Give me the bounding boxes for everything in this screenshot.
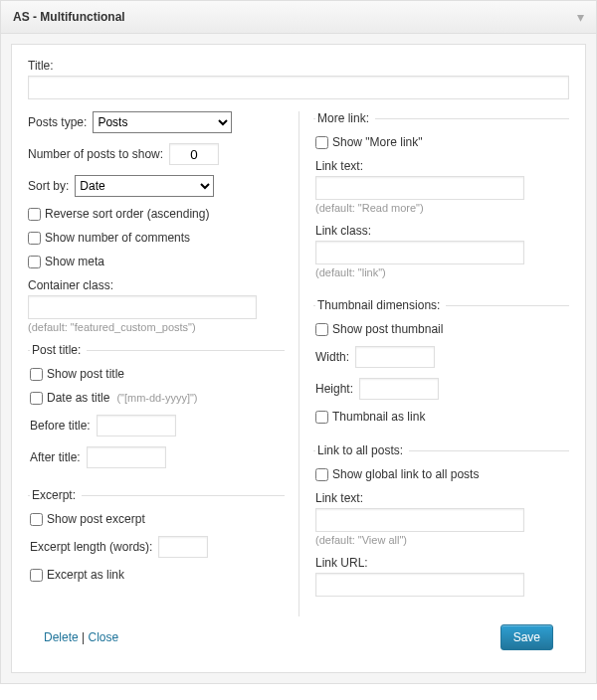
show-comments-row: Show number of comments: [28, 231, 285, 245]
before-title-input[interactable]: [97, 415, 176, 437]
more-link-fieldset: More link: Show "More link" Link text: (…: [313, 111, 569, 290]
more-link-text-label: Link text:: [315, 159, 567, 173]
date-as-title-checkbox[interactable]: [30, 392, 43, 405]
all-link-text-input[interactable]: [315, 508, 524, 532]
left-column: Posts type: Posts Number of posts to sho…: [28, 111, 298, 616]
excerpt-as-link-label[interactable]: Excerpt as link: [30, 568, 283, 582]
footer-links: Delete | Close: [44, 630, 118, 644]
widget-body: Title: Posts type: Posts Number of posts…: [11, 44, 586, 673]
post-title-fieldset: Post title: Show post title Date as titl…: [28, 343, 285, 480]
show-excerpt-label[interactable]: Show post excerpt: [30, 512, 283, 526]
container-class-hint: (default: "featured_custom_posts"): [28, 321, 285, 333]
thumb-width-label: Width:: [315, 350, 349, 364]
sort-by-label: Sort by:: [28, 179, 69, 193]
after-title-input[interactable]: [87, 446, 166, 468]
show-comments-checkbox[interactable]: [28, 232, 41, 245]
title-field-row: Title:: [28, 59, 569, 99]
close-link[interactable]: Close: [88, 630, 118, 644]
sort-by-row: Sort by: Date: [28, 175, 285, 197]
show-more-link-label[interactable]: Show "More link": [315, 135, 567, 149]
more-link-class-hint: (default: "link"): [315, 266, 567, 278]
num-posts-row: Number of posts to show:: [28, 143, 285, 165]
container-class-label: Container class:: [28, 278, 285, 292]
date-as-title-label[interactable]: Date as title("[mm-dd-yyyy]"): [30, 391, 283, 405]
thumb-as-link-checkbox[interactable]: [315, 411, 328, 424]
after-title-label: After title:: [30, 450, 81, 464]
num-posts-input[interactable]: [169, 143, 219, 165]
link-all-legend: Link to all posts:: [315, 443, 409, 457]
num-posts-label: Number of posts to show:: [28, 147, 163, 161]
excerpt-fieldset: Excerpt: Show post excerpt Excerpt lengt…: [28, 488, 285, 594]
thumb-height-input[interactable]: [359, 378, 439, 400]
show-global-link-checkbox[interactable]: [315, 468, 328, 481]
before-title-label: Before title:: [30, 419, 91, 433]
save-button[interactable]: Save: [500, 624, 553, 650]
sort-by-select[interactable]: Date: [75, 175, 214, 197]
show-comments-label[interactable]: Show number of comments: [28, 231, 285, 245]
show-global-link-label[interactable]: Show global link to all posts: [315, 467, 567, 481]
widget-container: AS - Multifunctional ▾ Title: Posts type…: [0, 0, 597, 684]
excerpt-as-link-checkbox[interactable]: [30, 569, 43, 582]
show-meta-row: Show meta: [28, 255, 285, 268]
more-link-class-label: Link class:: [315, 224, 567, 238]
reverse-row: Reverse sort order (ascending): [28, 207, 285, 221]
posts-type-select[interactable]: Posts: [93, 111, 232, 133]
show-thumbnail-checkbox[interactable]: [315, 323, 328, 336]
widget-header[interactable]: AS - Multifunctional ▾: [1, 1, 596, 34]
thumbnail-legend: Thumbnail dimensions:: [315, 298, 446, 312]
thumbnail-fieldset: Thumbnail dimensions: Show post thumbnai…: [313, 298, 569, 436]
excerpt-length-input[interactable]: [158, 536, 208, 558]
reverse-checkbox[interactable]: [28, 208, 41, 221]
reverse-label[interactable]: Reverse sort order (ascending): [28, 207, 285, 221]
post-title-legend: Post title:: [30, 343, 87, 357]
widget-title: AS - Multifunctional: [13, 10, 125, 24]
title-label: Title:: [28, 59, 569, 73]
widget-footer: Delete | Close Save: [28, 616, 569, 664]
right-column: More link: Show "More link" Link text: (…: [298, 111, 569, 616]
collapse-toggle-icon[interactable]: ▾: [577, 9, 584, 25]
thumb-as-link-label[interactable]: Thumbnail as link: [315, 410, 567, 424]
more-link-text-input[interactable]: [315, 176, 524, 200]
all-link-url-input[interactable]: [315, 573, 524, 597]
posts-type-label: Posts type:: [28, 115, 87, 129]
more-link-class-input[interactable]: [315, 241, 524, 264]
show-thumbnail-label[interactable]: Show post thumbnail: [315, 322, 567, 336]
thumb-height-label: Height:: [315, 382, 353, 396]
show-post-title-checkbox[interactable]: [30, 368, 43, 381]
all-link-text-label: Link text:: [315, 491, 567, 505]
posts-type-row: Posts type: Posts: [28, 111, 285, 133]
show-meta-checkbox[interactable]: [28, 256, 41, 268]
all-link-text-hint: (default: "View all"): [315, 534, 567, 546]
thumb-width-input[interactable]: [355, 346, 435, 368]
show-meta-label[interactable]: Show meta: [28, 255, 285, 268]
container-class-input[interactable]: [28, 295, 257, 319]
show-post-title-label[interactable]: Show post title: [30, 367, 283, 381]
more-link-legend: More link:: [315, 111, 375, 125]
delete-link[interactable]: Delete: [44, 630, 79, 644]
container-class-row: Container class: (default: "featured_cus…: [28, 278, 285, 333]
columns: Posts type: Posts Number of posts to sho…: [28, 111, 569, 616]
all-link-url-label: Link URL:: [315, 556, 567, 570]
show-more-link-checkbox[interactable]: [315, 136, 328, 149]
excerpt-length-label: Excerpt length (words):: [30, 540, 152, 554]
more-link-text-hint: (default: "Read more"): [315, 202, 567, 214]
title-input[interactable]: [28, 76, 569, 99]
show-excerpt-checkbox[interactable]: [30, 513, 43, 526]
link-all-fieldset: Link to all posts: Show global link to a…: [313, 443, 569, 609]
excerpt-legend: Excerpt:: [30, 488, 82, 502]
